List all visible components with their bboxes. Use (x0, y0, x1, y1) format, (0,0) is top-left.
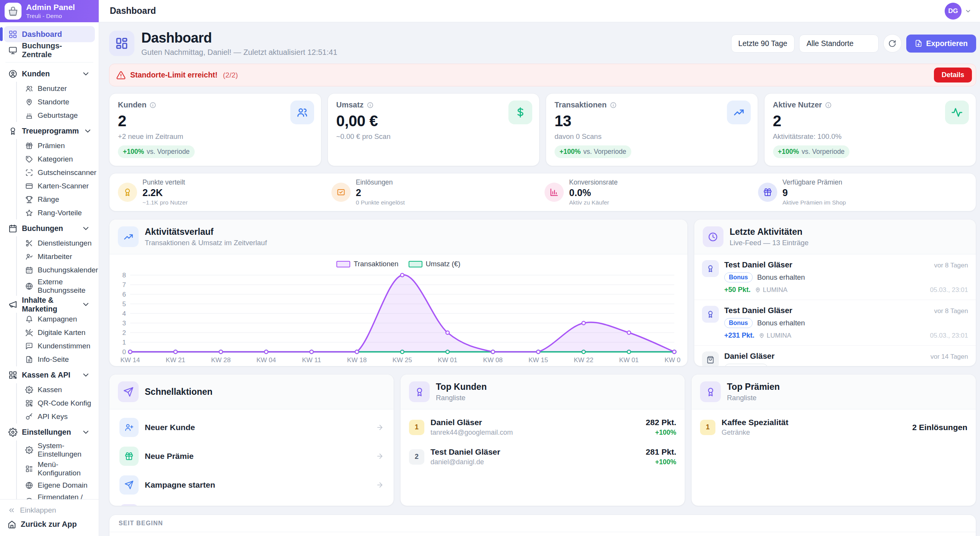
activity-icon (951, 107, 963, 118)
page-title: Dashboard (141, 30, 337, 46)
svg-text:KW 28: KW 28 (211, 356, 231, 364)
info-icon[interactable] (367, 102, 374, 109)
sidebar-section-buchungen[interactable]: Buchungen (4, 221, 95, 236)
arrow-right-icon (376, 424, 384, 431)
chevron-down-icon (81, 300, 90, 309)
gear-icon (25, 386, 33, 394)
customer-rank-row: 1 Daniel Gläsertanrek44@googlemail.com 2… (401, 412, 685, 442)
chart-legend: Transaktionen Umsatz (€) (116, 257, 680, 270)
activities-list[interactable]: Test Daniel Gläservor 8 Tagen BonusBonus… (694, 254, 976, 366)
quick-action-neue-praemie[interactable]: Neue Prämie (117, 444, 386, 469)
sidebar-item-qr-code-konfig[interactable]: QR-Code Konfig (17, 397, 95, 410)
qr-code-icon (25, 399, 33, 407)
legend-transaktionen[interactable]: Transaktionen (336, 260, 399, 268)
sidebar-item-dashboard[interactable]: Dashboard (4, 26, 95, 42)
tag-icon (25, 155, 33, 163)
user-check-icon (25, 253, 33, 261)
limit-alert-banner: Standorte-Limit erreicht! (2/2) Details (109, 64, 976, 86)
location-select[interactable]: Alle Standorte (799, 35, 879, 53)
sidebar-item-buchungskalender[interactable]: Buchungskalender (17, 263, 95, 277)
sidebar-section-kassen-api[interactable]: Kassen & API (4, 368, 95, 383)
dashboard-content[interactable]: Dashboard Guten Nachmittag, Daniel! — Zu… (99, 22, 980, 536)
refresh-button[interactable] (883, 34, 902, 53)
avatar[interactable]: DG (945, 3, 962, 20)
top-customers-list: 1 Daniel Gläsertanrek44@googlemail.com 2… (401, 409, 685, 475)
calendar-icon (8, 224, 17, 233)
activities-title: Letzte Aktivitäten (730, 227, 809, 237)
sidebar-item-api-keys[interactable]: API Keys (17, 410, 95, 424)
info-icon[interactable] (610, 102, 617, 109)
date-range-select[interactable]: Letzte 90 Tage (731, 35, 795, 53)
svg-text:7: 7 (122, 281, 126, 289)
sidebar-item-externe-buchungsseite[interactable]: Externe Buchungsseite (17, 277, 95, 296)
kpi-value: 0,00 € (336, 112, 531, 130)
svg-text:5: 5 (122, 300, 126, 308)
back-to-app-link[interactable]: Zurück zur App (5, 517, 93, 531)
sidebar-section-einstellungen[interactable]: Einstellungen (4, 425, 95, 440)
alert-details-button[interactable]: Details (934, 68, 972, 82)
sidebar-item-menue-konfiguration[interactable]: Menü-Konfiguration (17, 459, 95, 478)
chevron-down-icon (965, 8, 972, 15)
sidebar-item-raenge[interactable]: Ränge (17, 193, 95, 206)
sidebar-item-system-einstellungen[interactable]: System-Einstellungen (17, 440, 95, 460)
sidebar-item-gutscheinscanner[interactable]: Gutscheinscanner (17, 166, 95, 179)
home-icon (8, 520, 16, 529)
info-icon[interactable] (825, 102, 832, 109)
collapse-sidebar-button[interactable]: Einklappen (5, 503, 93, 517)
sidebar-item-eigene-domain[interactable]: Eigene Domain (17, 478, 95, 492)
sidebar-item-praemien[interactable]: Prämien (17, 139, 95, 152)
info-icon[interactable] (149, 102, 156, 109)
svg-text:1: 1 (122, 339, 126, 346)
dashboard-grid-icon (8, 30, 17, 39)
sidebar-item-firmendaten-branding[interactable]: Firmendaten / Branding (17, 492, 95, 499)
sidebar-item-info-seite[interactable]: Info-Seite (17, 353, 95, 366)
kpi-card-aktive-nutzer: Aktive Nutzer 2 Aktivitätsrate: 100.0% +… (764, 93, 977, 166)
location-tag: LUMINA (755, 286, 787, 294)
sidebar-item-kategorien[interactable]: Kategorien (17, 152, 95, 166)
mini-stats-card: Punkte verteilt2.2K~1.1K pro Nutzer Einl… (109, 173, 976, 211)
sidebar-sublist-buchungen: Dienstleistungen Mitarbeiter Buchungskal… (16, 236, 95, 296)
svg-text:KW 01: KW 01 (619, 356, 639, 364)
sidebar-section-kunden[interactable]: Kunden (4, 66, 95, 81)
user-menu[interactable]: DG (945, 3, 972, 20)
quick-action-neuer-kunde[interactable]: Neuer Kunde (117, 415, 386, 440)
lifetime-stats-card: SEIT BEGINN Kunden2 Transaktionen13 Umsa… (109, 515, 976, 536)
sidebar-item-kampagnen[interactable]: Kampagnen (17, 313, 95, 326)
sidebar-item-dienstleistungen[interactable]: Dienstleistungen (17, 236, 95, 250)
customer-circle-icon (8, 69, 17, 78)
svg-text:KW 08: KW 08 (483, 356, 503, 364)
chart-card-header: Aktivitätsverlauf Transaktionen & Umsatz… (109, 219, 687, 254)
user-plus-icon (119, 418, 139, 437)
active-indicator (0, 27, 3, 41)
sidebar-item-benutzer[interactable]: Benutzer (17, 82, 95, 95)
sidebar-item-digitale-karten[interactable]: Digitale Karten (17, 326, 95, 340)
monitor-icon (8, 46, 17, 55)
sidebar-item-geburtstage[interactable]: Geburtstage (17, 109, 95, 122)
sidebar-item-kassen[interactable]: Kassen (17, 383, 95, 397)
trending-up-icon-tile (118, 226, 139, 247)
sidebar-item-rang-vorteile[interactable]: Rang-Vorteile (17, 206, 95, 219)
chart-title: Aktivitätsverlauf (145, 227, 267, 237)
kpi-label: Aktive Nutzer (773, 101, 968, 109)
bar-chart-icon (119, 504, 139, 506)
sidebar-item-buchungs-zentrale[interactable]: Buchungs-Zentrale (4, 42, 95, 58)
sidebar-section-treueprogramm[interactable]: Treueprogramm (4, 124, 95, 138)
export-button[interactable]: Exportieren (906, 35, 976, 53)
bar-chart-icon (545, 183, 564, 202)
quick-actions-title: Schnellaktionen (145, 387, 212, 397)
sidebar-item-karten-scanner[interactable]: Karten-Scanner (17, 179, 95, 193)
sidebar-footer: Einklappen Zurück zur App (0, 499, 99, 536)
svg-text:KW 11: KW 11 (302, 356, 321, 364)
quick-action-analytik[interactable]: Analytik (117, 501, 386, 506)
sidebar-sublist-inhalte: Kampagnen Digitale Karten Kundenstimmen … (16, 313, 95, 366)
quick-action-kampagne-starten[interactable]: Kampagne starten (117, 472, 386, 498)
sidebar-item-standorte[interactable]: Standorte (17, 95, 95, 109)
chevron-down-icon (81, 69, 90, 78)
sidebar-item-mitarbeiter[interactable]: Mitarbeiter (17, 250, 95, 263)
transaction-badge: Transaktion (724, 364, 768, 366)
collapse-label: Einklappen (20, 506, 56, 515)
sidebar-section-inhalte-marketing[interactable]: Inhalte & Marketing (4, 297, 95, 312)
sidebar-item-kundenstimmen[interactable]: Kundenstimmen (17, 340, 95, 353)
legend-umsatz[interactable]: Umsatz (€) (409, 260, 460, 268)
section-label: Kunden (22, 69, 50, 78)
